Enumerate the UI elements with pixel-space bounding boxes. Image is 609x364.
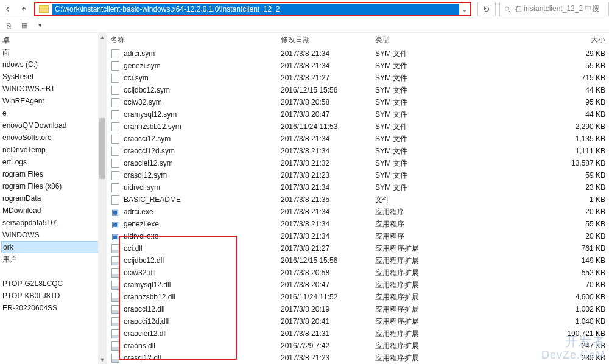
sidebar-item[interactable]: MDownload [1,205,107,217]
sidebar-item[interactable]: SysReset [1,71,107,83]
file-row[interactable]: BASIC_README2017/3/8 21:35文件1 KB [107,194,609,206]
file-date: 2016/11/24 11:52 [277,293,371,301]
svg-point-0 [505,7,509,10]
file-row[interactable]: uidrvci.sym2017/3/8 21:34SYM 文件23 KB [107,181,609,194]
file-row[interactable]: orannzsbb12.dll2016/11/24 11:52应用程序扩展4,6… [107,291,609,303]
file-date: 2017/3/8 21:32 [277,159,371,167]
file-row[interactable]: orasql12.dll2017/3/8 21:23应用程序扩展289 KB [107,352,609,364]
file-row[interactable]: orasql12.sym2017/3/8 21:23SYM 文件59 KB [107,169,609,181]
file-name: orasql12.sym [124,171,167,180]
file-date: 2016/7/29 7:42 [277,341,371,350]
sidebar-item[interactable]: rogramData [1,192,107,205]
sidebar-item[interactable]: enovoQMDownload [1,119,107,131]
file-name: oraocci12d.dll [124,317,169,326]
file-size: 1,002 KB [445,305,609,313]
toolbar-icon-2[interactable]: ▦ [19,21,29,30]
file-row[interactable]: ▣uidrvci.exe2017/3/8 21:34应用程序20 KB [107,230,609,242]
sidebar-item[interactable]: rogram Files [1,168,107,180]
file-row[interactable]: oci.sym2017/3/8 21:27SYM 文件715 KB [107,72,609,84]
file-icon [110,110,120,119]
file-row[interactable]: ocijdbc12.dll2016/12/15 15:56应用程序扩展149 K… [107,254,609,267]
sidebar-item[interactable]: neDriveTemp [1,144,107,156]
sidebar-item[interactable]: 卓 [1,34,107,46]
file-name: ociw32.sym [124,98,162,107]
sidebar-item[interactable]: WinREAgent [1,95,107,107]
sidebar-item[interactable]: sersappdata5101 [1,217,107,229]
dll-icon [110,280,120,290]
sidebar-item[interactable]: ER-20220604SS [1,302,107,314]
file-row[interactable]: ocijdbc12.sym2016/12/15 15:56SYM 文件44 KB [107,84,609,96]
sidebar-item[interactable]: WINDOWS.~BT [1,83,107,95]
toolbar-icon-1[interactable]: ⎘ [4,21,13,30]
refresh-button[interactable] [477,2,496,16]
col-date[interactable]: 修改日期 [277,33,371,47]
sidebar-item[interactable]: rogram Files (x86) [1,180,107,192]
file-row[interactable]: oraocci12.dll2017/3/8 20:19应用程序扩展1,002 K… [107,303,609,315]
file-icon [110,170,120,180]
file-name: oraocci12.sym [124,135,171,143]
file-date: 2017/3/8 21:34 [277,147,371,155]
file-type: 应用程序扩展 [371,329,445,339]
sidebar-item[interactable]: PTOP-G2L8LCQC [1,278,107,290]
file-date: 2017/3/8 21:34 [277,135,371,143]
file-row[interactable]: oraociei12.dll2017/3/8 21:31应用程序扩展190,72… [107,327,609,340]
sidebar-item[interactable]: 面 [1,46,107,58]
file-name: uidrvci.exe [124,232,158,240]
file-row[interactable]: orannzsbb12.sym2016/11/24 11:53SYM 文件2,2… [107,121,609,133]
address-input[interactable] [52,4,459,15]
nav-up-button[interactable] [16,1,32,18]
file-icon [110,73,120,83]
file-row[interactable]: ociw32.sym2017/3/8 20:58SYM 文件95 KB [107,96,609,108]
col-name[interactable]: 名称 [107,33,277,47]
address-field[interactable]: ⌄ [34,2,471,16]
file-row[interactable]: ▣adrci.exe2017/3/8 21:34应用程序20 KB [107,206,609,218]
col-type[interactable]: 类型 [371,33,445,47]
file-row[interactable]: oramysql12.dll2017/3/8 20:47应用程序扩展70 KB [107,279,609,291]
sidebar-item[interactable]: e [1,107,107,119]
file-row[interactable]: ociw32.dll2017/3/8 20:58应用程序扩展552 KB [107,267,609,279]
scroll-down-icon[interactable]: ▼ [98,355,107,364]
file-row[interactable]: oraons.dll2016/7/29 7:42应用程序扩展247 KB [107,340,609,352]
file-row[interactable]: ▣genezi.exe2017/3/8 21:34应用程序55 KB [107,218,609,230]
dll-icon [110,243,120,253]
column-headers[interactable]: 名称 修改日期 类型 大小 [107,33,609,47]
nav-back-button[interactable] [0,1,16,18]
exe-icon: ▣ [110,219,120,229]
file-row[interactable]: oraocci12.sym2017/3/8 21:34SYM 文件1,135 K… [107,133,609,145]
dll-icon [110,256,120,265]
col-size[interactable]: 大小 [445,33,609,47]
file-date: 2016/12/15 15:56 [277,256,371,265]
file-size: 59 KB [445,171,609,180]
sidebar-item[interactable]: enovoSoftstore [1,131,107,144]
file-row[interactable]: genezi.sym2017/3/8 21:34SYM 文件55 KB [107,60,609,72]
sidebar-item[interactable]: PTOP-KB0LJ8TD [1,290,107,302]
file-size: 715 KB [445,74,609,82]
file-row[interactable]: adrci.sym2017/3/8 21:34SYM 文件29 KB [107,47,609,60]
sidebar-item[interactable]: WINDOWS [1,229,107,241]
sidebar-scrollbar[interactable]: ▲ ▼ [98,33,107,364]
file-type: SYM 文件 [371,158,445,169]
toolbar-icon-3[interactable]: ▾ [35,21,45,30]
search-box[interactable]: 在 instantclient_12_2 中搜 [499,2,609,16]
file-icon [110,195,120,205]
file-name: oraociei12.sym [124,159,173,167]
file-name: genezi.sym [124,61,161,70]
file-row[interactable]: oraociei12.sym2017/3/8 21:32SYM 文件13,587… [107,157,609,169]
search-placeholder: 在 instantclient_12_2 中搜 [515,4,599,14]
sidebar-item[interactable]: ndows (C:) [1,58,107,71]
file-type: SYM 文件 [371,73,445,83]
file-row[interactable]: oraocci12d.dll2017/3/8 20:41应用程序扩展1,040 … [107,315,609,327]
file-row[interactable]: oramysql12.sym2017/3/8 20:47SYM 文件44 KB [107,108,609,121]
file-type: SYM 文件 [371,97,445,108]
sidebar-item[interactable]: erfLogs [1,156,107,168]
file-row[interactable]: oraocci12d.sym2017/3/8 21:34SYM 文件1,111 … [107,145,609,157]
sidebar-item[interactable]: 用户 [1,253,107,265]
address-dropdown-icon[interactable]: ⌄ [459,5,470,13]
sidebar-item[interactable] [1,265,107,278]
file-row[interactable]: oci.dll2017/3/8 21:27应用程序扩展761 KB [107,242,609,254]
file-name: oraocci12d.sym [124,147,175,155]
scroll-up-icon[interactable]: ▲ [98,33,107,41]
sidebar-item[interactable]: ork [1,241,107,253]
scroll-thumb[interactable] [99,118,105,179]
file-icon [110,97,120,107]
